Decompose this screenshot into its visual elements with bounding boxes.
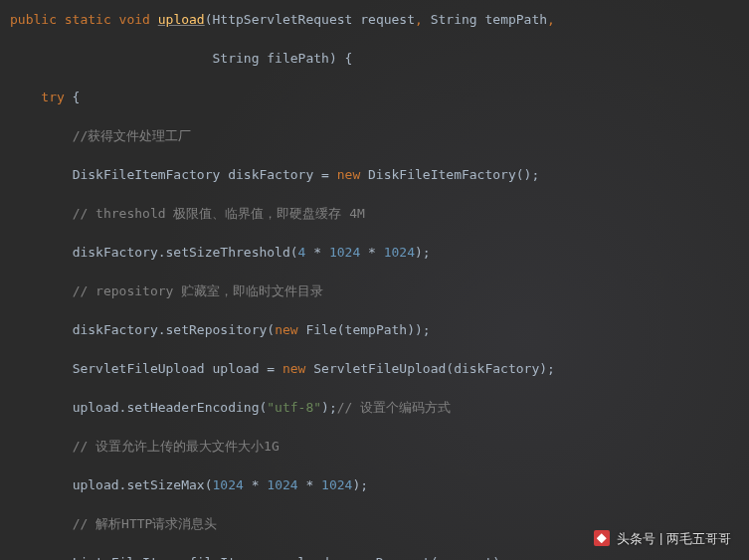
toutiao-logo-icon: [594, 530, 610, 546]
code-block: public static void upload(HttpServletReq…: [10, 10, 739, 560]
watermark: 头条号 | 两毛五哥哥: [594, 528, 731, 548]
watermark-prefix: 头条号: [617, 529, 655, 549]
watermark-name: 两毛五哥哥: [666, 529, 731, 549]
